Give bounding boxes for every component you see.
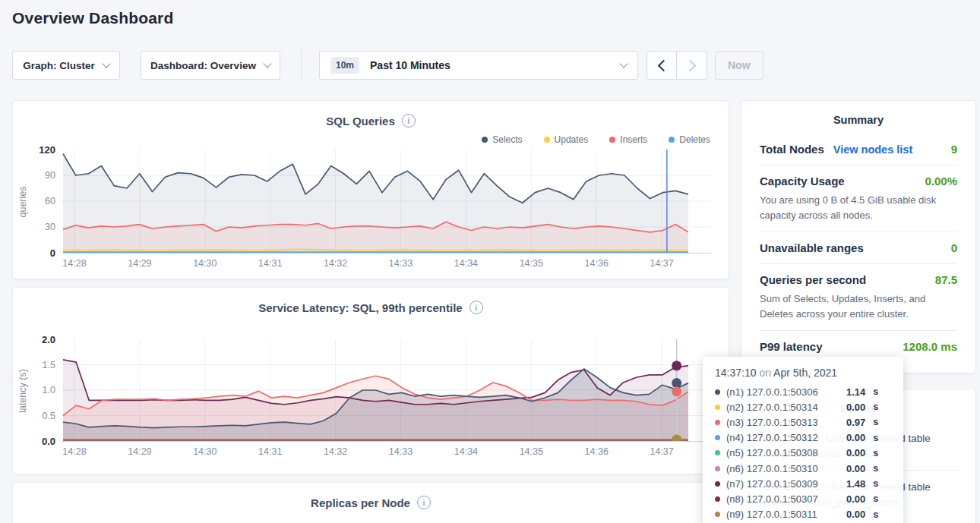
node-color-dot-icon: [715, 466, 720, 471]
x-tick-label: 14:30: [193, 258, 217, 269]
summary-row-line: P99 latency1208.0 ms: [760, 340, 957, 353]
y-tick-label: 1.5: [43, 360, 55, 370]
tooltip-node-unit: s: [873, 493, 878, 504]
chart-legend: SelectsUpdatesInsertsDeletes: [13, 134, 710, 146]
tooltip-node-label: (n8) 127.0.0.1:50307: [726, 493, 840, 505]
now-button[interactable]: Now: [715, 51, 763, 80]
chevron-left-icon: [657, 59, 669, 71]
chart-plot-area[interactable]: [62, 339, 711, 442]
tooltip-node-value: 0.00: [846, 463, 865, 474]
tooltip-node-unit: s: [873, 463, 878, 474]
x-tick-label: 14:28: [62, 258, 86, 269]
y-tick-label: 2.0: [42, 334, 55, 345]
x-tick-label: 14:35: [520, 446, 543, 457]
time-range-label: Past 10 Minutes: [370, 59, 450, 71]
replicas-per-node-chart-card: Replicas per Node i: [12, 482, 729, 523]
chart-title: Service Latency: SQL, 99th percentile: [258, 301, 462, 314]
summary-label: Unavailable ranges: [760, 241, 864, 254]
view-nodes-list-link[interactable]: View nodes list: [833, 143, 913, 156]
summary-label: Queries per second: [760, 273, 866, 286]
x-tick-label: 14:36: [585, 258, 609, 269]
legend-item[interactable]: Deletes: [669, 134, 710, 146]
legend-label: Selects: [492, 134, 522, 145]
time-back-button[interactable]: [646, 51, 677, 80]
tooltip-node-value: 1.48: [846, 478, 865, 490]
chevron-right-icon: [684, 59, 697, 71]
tooltip-node-label: (n4) 127.0.0.1:50312: [726, 432, 840, 443]
summary-header: Summary: [760, 101, 957, 134]
tooltip-node-unit: s: [873, 509, 878, 520]
legend-item[interactable]: Updates: [544, 134, 589, 146]
tooltip-timestamp: 14:37:10 on Apr 5th, 2021: [715, 367, 891, 379]
chart-body: queries 0306090120: [13, 150, 729, 254]
info-icon[interactable]: i: [402, 114, 416, 128]
time-forward-button[interactable]: [677, 51, 707, 80]
chevron-down-icon: [619, 59, 628, 68]
tooltip-row: (n3) 127.0.0.1:503130.97s: [715, 414, 891, 430]
dashboard-dropdown-label: Dashboard: Overview: [150, 60, 256, 71]
x-tick-label: 14:29: [128, 258, 151, 269]
tooltip-row: (n9) 127.0.0.1:503110.00s: [715, 507, 891, 522]
summary-value: 9: [951, 143, 957, 156]
y-tick-label: 30: [45, 222, 55, 232]
tooltip-node-unit: s: [873, 386, 878, 397]
charts-column: SQL Queries i SelectsUpdatesInsertsDelet…: [12, 100, 729, 523]
summary-value: 87.5: [935, 273, 957, 286]
x-tick-label: 14:28: [62, 446, 86, 457]
chart-header: SQL Queries i: [13, 101, 729, 128]
tooltip-node-unit: s: [873, 417, 878, 427]
summary-value: 0.00%: [925, 175, 957, 187]
graph-dropdown[interactable]: Graph: Cluster: [12, 51, 120, 80]
tooltip-node-label: (n2) 127.0.0.1:50314: [726, 402, 840, 413]
legend-item[interactable]: Selects: [482, 134, 522, 146]
tooltip-row: (n8) 127.0.0.1:503070.00s: [715, 491, 891, 506]
dashboard-dropdown[interactable]: Dashboard: Overview: [141, 51, 280, 80]
summary-row-line: Capacity Usage0.00%: [760, 175, 957, 187]
summary-row: Queries per second87.5Sum of Selects, Up…: [760, 263, 957, 330]
y-tick-label: 120: [39, 144, 55, 156]
node-color-dot-icon: [715, 389, 720, 395]
tooltip-row: (n4) 127.0.0.1:503120.00s: [715, 430, 891, 446]
tooltip-node-label: (n5) 127.0.0.1:50308: [726, 447, 840, 458]
chart-header: Service Latency: SQL, 99th percentile i: [13, 288, 729, 315]
summary-value: 1208.0 ms: [903, 340, 957, 353]
y-tick-label: 0: [50, 247, 55, 259]
tooltip-row: (n1) 127.0.0.1:503061.14s: [715, 384, 891, 399]
x-tick-label: 14:32: [324, 258, 347, 269]
tooltip-node-label: (n9) 127.0.0.1:50311: [726, 509, 840, 520]
y-tick-label: 0.5: [43, 411, 55, 421]
x-tick-label: 14:32: [324, 446, 347, 457]
legend-dot-icon: [482, 137, 488, 143]
info-icon[interactable]: i: [417, 496, 431, 509]
summary-caption: You are using 0 B of 4.5 GiB usable disk…: [760, 193, 957, 222]
tooltip-node-value: 0.97: [846, 417, 865, 428]
node-color-dot-icon: [715, 405, 720, 410]
legend-dot-icon: [609, 137, 615, 143]
tooltip-node-label: (n1) 127.0.0.1:50306: [726, 386, 840, 398]
tooltip-node-unit: s: [873, 402, 878, 412]
y-tick-label: 90: [45, 170, 55, 181]
sql-queries-chart-card: SQL Queries i SelectsUpdatesInsertsDelet…: [12, 100, 729, 279]
x-tick-label: 14:33: [389, 258, 413, 269]
time-pager: [646, 51, 707, 80]
summary-row-line: Total NodesView nodes list9: [760, 143, 957, 156]
summary-rows: Total NodesView nodes list9Capacity Usag…: [760, 134, 957, 362]
chart-title: SQL Queries: [326, 115, 395, 128]
tooltip-row: (n5) 127.0.0.1:503080.00s: [715, 446, 891, 461]
node-color-dot-icon: [715, 435, 720, 440]
tooltip-node-unit: s: [873, 433, 878, 443]
x-tick-label: 14:33: [389, 446, 413, 457]
time-range-selector[interactable]: 10m Past 10 Minutes: [319, 51, 638, 80]
chart-plot-area[interactable]: [62, 150, 711, 254]
y-axis-label: latency (s): [13, 339, 33, 442]
x-axis-ticks: 14:2814:2914:3014:3114:3214:3314:3414:35…: [62, 442, 729, 460]
legend-item[interactable]: Inserts: [609, 134, 647, 146]
tooltip-node-label: (n3) 127.0.0.1:50313: [726, 417, 840, 428]
node-color-dot-icon: [715, 481, 720, 487]
x-tick-label: 14:31: [258, 446, 282, 457]
summary-label: Total Nodes: [760, 143, 824, 156]
node-color-dot-icon: [715, 512, 720, 517]
info-icon[interactable]: i: [469, 301, 483, 314]
x-tick-label: 14:34: [454, 258, 478, 269]
tooltip-node-value: 0.00: [846, 402, 865, 413]
